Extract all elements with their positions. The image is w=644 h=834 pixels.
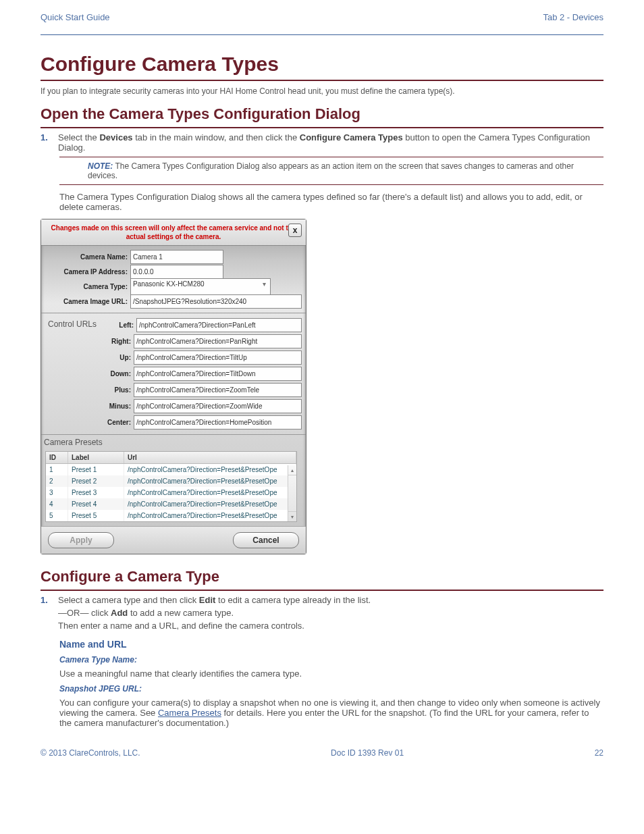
cell-url: /nphControlCamera?Direction=Preset&Prese… bbox=[124, 464, 296, 475]
camera-type-select[interactable]: Panasonic KX-HCM280 bbox=[130, 278, 271, 295]
snapshot-url-desc: You can configure your camera(s) to disp… bbox=[59, 698, 603, 728]
paragraph-list-intro: The Camera Types Configuration Dialog sh… bbox=[59, 192, 603, 212]
label-left: Left: bbox=[103, 321, 136, 329]
table-header: ID Label Url bbox=[46, 452, 296, 464]
table-row[interactable]: 1Preset 1/nphControlCamera?Direction=Pre… bbox=[46, 464, 296, 475]
camera-config-dialog: Changes made on this screen will only af… bbox=[41, 219, 306, 554]
scrollbar[interactable]: ▴ ▾ bbox=[288, 465, 296, 521]
label-center: Center: bbox=[101, 419, 134, 426]
subhead-name-url: Name and URL bbox=[59, 639, 603, 650]
control-up-input[interactable] bbox=[134, 350, 302, 365]
camera-type-name-desc: Use a meaningful name that clearly ident… bbox=[59, 669, 603, 679]
control-minus-input[interactable] bbox=[134, 399, 302, 413]
scroll-down-icon[interactable]: ▾ bbox=[288, 511, 296, 521]
dialog-warning: Changes made on this screen will only af… bbox=[47, 224, 300, 241]
page-footer: © 2013 ClareControls, LLC. Doc ID 1393 R… bbox=[41, 748, 603, 778]
th-label[interactable]: Label bbox=[68, 452, 124, 463]
note-rule-bottom bbox=[59, 184, 603, 185]
step-1: 1. Select the Devices tab in the main wi… bbox=[41, 132, 603, 153]
header-left: Quick Start Guide bbox=[41, 12, 110, 22]
cell-id: 4 bbox=[46, 498, 68, 510]
cell-label: Preset 5 bbox=[68, 510, 124, 521]
cell-id: 5 bbox=[46, 510, 68, 521]
control-center-input[interactable] bbox=[134, 415, 302, 429]
page-title: Configure Camera Types bbox=[41, 53, 603, 76]
cell-label: Preset 4 bbox=[68, 498, 124, 510]
th-id[interactable]: ID bbox=[46, 452, 68, 463]
header-rule bbox=[41, 34, 603, 35]
field-camera-type-name: Camera Type Name: bbox=[59, 655, 603, 664]
cell-id: 1 bbox=[46, 464, 68, 475]
th-url[interactable]: Url bbox=[124, 452, 296, 463]
note-1: NOTE: The Camera Types Configuration Dia… bbox=[88, 161, 603, 180]
cancel-button[interactable]: Cancel bbox=[233, 532, 299, 548]
camera-presets-title: Camera Presets bbox=[41, 435, 306, 448]
intro-paragraph: If you plan to integrate security camera… bbox=[41, 86, 603, 96]
h1-rule bbox=[41, 80, 603, 81]
step-number: 1. bbox=[41, 132, 58, 153]
step-2-1: 1. Select a camera type and then click E… bbox=[41, 595, 603, 631]
apply-button[interactable]: Apply bbox=[48, 532, 114, 548]
label-plus: Plus: bbox=[101, 386, 134, 394]
label-minus: Minus: bbox=[101, 402, 134, 410]
footer-page-number: 22 bbox=[595, 748, 603, 758]
h2-rule-1 bbox=[41, 127, 603, 128]
section-configure-type: Configure a Camera Type bbox=[41, 568, 603, 585]
control-urls-title: Control URLs bbox=[45, 319, 103, 331]
camera-image-url-input[interactable] bbox=[130, 294, 302, 309]
header-right: Tab 2 - Devices bbox=[543, 12, 603, 22]
control-right-input[interactable] bbox=[134, 334, 302, 348]
label-up: Up: bbox=[101, 354, 134, 361]
h2-rule-2 bbox=[41, 590, 603, 591]
footer-docid: Doc ID 1393 Rev 01 bbox=[331, 748, 404, 758]
label-down: Down: bbox=[101, 370, 134, 377]
presets-table: ID Label Url 1Preset 1/nphControlCamera?… bbox=[45, 451, 297, 522]
label-camera-name: Camera Name: bbox=[45, 253, 130, 261]
control-plus-input[interactable] bbox=[134, 383, 302, 397]
field-snapshot-url: Snapshot JPEG URL: bbox=[59, 684, 603, 694]
scroll-up-icon[interactable]: ▴ bbox=[288, 465, 296, 475]
control-left-input[interactable] bbox=[136, 318, 302, 332]
table-row[interactable]: 3Preset 3/nphControlCamera?Direction=Pre… bbox=[46, 487, 296, 498]
cell-url: /nphControlCamera?Direction=Preset&Prese… bbox=[124, 487, 296, 498]
close-button[interactable]: x bbox=[288, 224, 302, 237]
label-camera-type: Camera Type: bbox=[45, 283, 130, 290]
camera-ip-input[interactable] bbox=[130, 265, 223, 279]
table-row[interactable]: 4Preset 4/nphControlCamera?Direction=Pre… bbox=[46, 498, 296, 510]
link-camera-presets[interactable]: Camera Presets bbox=[158, 708, 221, 718]
label-camera-image-url: Camera Image URL: bbox=[45, 298, 130, 305]
cell-label: Preset 1 bbox=[68, 464, 124, 475]
section-open-dialog: Open the Camera Types Configuration Dial… bbox=[41, 105, 603, 123]
table-row[interactable]: 5Preset 5/nphControlCamera?Direction=Pre… bbox=[46, 510, 296, 521]
camera-name-input[interactable] bbox=[130, 250, 223, 264]
footer-copyright: © 2013 ClareControls, LLC. bbox=[41, 748, 140, 758]
cell-id: 2 bbox=[46, 475, 68, 487]
note-rule-top bbox=[59, 157, 603, 157]
control-down-input[interactable] bbox=[134, 367, 302, 381]
cell-id: 3 bbox=[46, 487, 68, 498]
cell-url: /nphControlCamera?Direction=Preset&Prese… bbox=[124, 510, 296, 521]
table-row[interactable]: 2Preset 2/nphControlCamera?Direction=Pre… bbox=[46, 475, 296, 487]
cell-label: Preset 3 bbox=[68, 487, 124, 498]
cell-label: Preset 2 bbox=[68, 475, 124, 487]
cell-url: /nphControlCamera?Direction=Preset&Prese… bbox=[124, 475, 296, 487]
cell-url: /nphControlCamera?Direction=Preset&Prese… bbox=[124, 498, 296, 510]
label-right: Right: bbox=[101, 338, 134, 345]
label-camera-ip: Camera IP Address: bbox=[45, 268, 130, 276]
